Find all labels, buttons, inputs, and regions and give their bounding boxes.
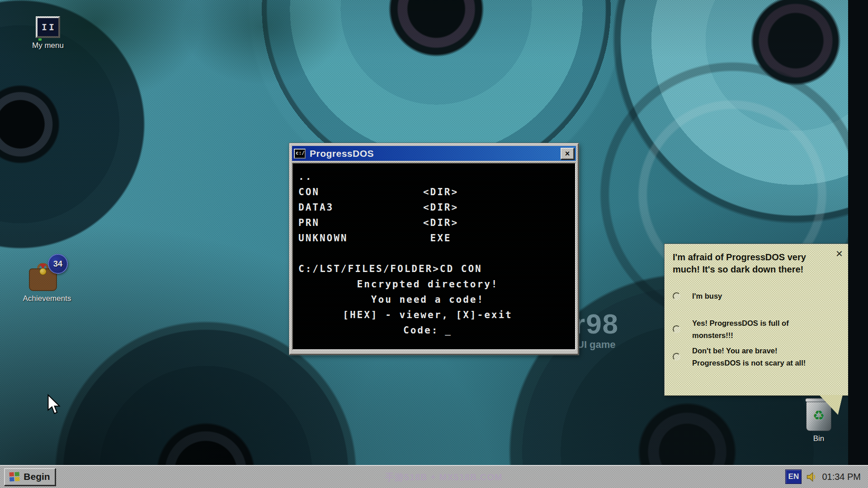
begin-logo-icon [9, 472, 20, 481]
medal-icon [39, 268, 47, 275]
terminal-prompt-line: C:/LST/FILES/FOLDER>CD CON [298, 261, 571, 277]
dir-type: <DIR> [416, 184, 466, 200]
recycle-bin-icon: ♻ [806, 400, 831, 431]
bubble-close-icon[interactable]: × [836, 248, 843, 259]
bubble-option-monsters[interactable]: Yes! ProgressDOS is full of monsters!!! [673, 317, 840, 341]
dir-name: UNKNOWN [298, 230, 416, 246]
desktop-icon-label: My menu [32, 41, 64, 50]
recycle-symbol-icon: ♻ [813, 409, 825, 422]
dir-type: <DIR> [416, 200, 466, 215]
dir-name: PRN [298, 215, 416, 230]
terminal-message: [HEX] - viewer, [X]-exit [298, 307, 571, 323]
desktop-icon-my-menu[interactable]: II My menu [22, 16, 74, 50]
character-speech-bubble: × I'm afraid of ProgressDOS very much! I… [664, 244, 849, 396]
system-tray: EN 01:34 PM [785, 469, 868, 484]
progressdos-window: c:/ ProgressDOS × .. CON <DIR> DATA3 <DI… [289, 143, 579, 355]
achievements-count-badge: 34 [48, 254, 68, 274]
taskbar-clock[interactable]: 01:34 PM [822, 472, 861, 482]
close-icon: × [565, 150, 570, 158]
dir-type: EXE [416, 230, 466, 246]
dir-type [416, 169, 466, 184]
radio-icon[interactable] [673, 353, 680, 361]
bubble-option-label: I'm busy [692, 290, 807, 302]
dir-type: <DIR> [416, 215, 466, 230]
ms-dos-icon: c:/ [294, 149, 306, 159]
radio-icon[interactable] [673, 325, 680, 333]
dir-name: DATA3 [298, 200, 416, 215]
desktop-icon-label: Bin [813, 434, 825, 443]
text-cursor: _ [445, 325, 452, 336]
dir-name: CON [298, 184, 416, 200]
language-indicator[interactable]: EN [785, 469, 802, 484]
desktop-icon-label: Achievements [23, 294, 71, 303]
taskbar: Begin 手游518B + MX518B.COM EN 01:34 PM [0, 465, 868, 488]
screen-edge-bar [848, 0, 868, 465]
terminal-blank-line [298, 246, 571, 261]
speaker-icon[interactable] [806, 471, 818, 483]
bubble-option-label: Don't be! You are brave! ProgressDOS is … [692, 345, 807, 369]
terminal-message: Encrypted directory! [298, 277, 571, 292]
window-title: ProgressDOS [310, 148, 561, 159]
dir-name: .. [298, 169, 416, 184]
code-entry-line[interactable]: Code:_ [298, 323, 571, 338]
close-button[interactable]: × [561, 148, 574, 160]
radio-icon[interactable] [673, 292, 680, 300]
dir-row: DATA3 <DIR> [298, 200, 571, 215]
terminal-message: You need a code! [298, 292, 571, 307]
window-titlebar[interactable]: c:/ ProgressDOS × [292, 146, 576, 161]
my-menu-icon-bars: II [40, 22, 56, 33]
bubble-option-brave[interactable]: Don't be! You are brave! ProgressDOS is … [673, 345, 840, 369]
bubble-option-label: Yes! ProgressDOS is full of monsters!!! [692, 317, 807, 341]
taskbar-watermark: 手游518B + MX518B.COM [385, 471, 503, 483]
dos-terminal[interactable]: .. CON <DIR> DATA3 <DIR> PRN <DIR> UNKNO… [292, 163, 576, 350]
my-menu-icon-led [38, 38, 42, 41]
mouse-cursor [47, 394, 61, 415]
bubble-message: I'm afraid of ProgressDOS very much! It'… [673, 251, 808, 276]
code-label: Code: [403, 325, 439, 336]
dir-row: CON <DIR> [298, 184, 571, 200]
ms-dos-icon-glyph: c:/ [296, 150, 305, 156]
bubble-option-busy[interactable]: I'm busy [673, 290, 840, 302]
achievements-icon: 34 [26, 261, 68, 291]
dir-row: UNKNOWN EXE [298, 230, 571, 246]
my-menu-icon: II [36, 16, 60, 38]
dir-row: PRN <DIR> [298, 215, 571, 230]
begin-button-label: Begin [24, 471, 50, 482]
dir-row: .. [298, 169, 571, 184]
begin-start-button[interactable]: Begin [4, 468, 56, 486]
desktop-icon-achievements[interactable]: 34 Achievements [15, 261, 79, 303]
